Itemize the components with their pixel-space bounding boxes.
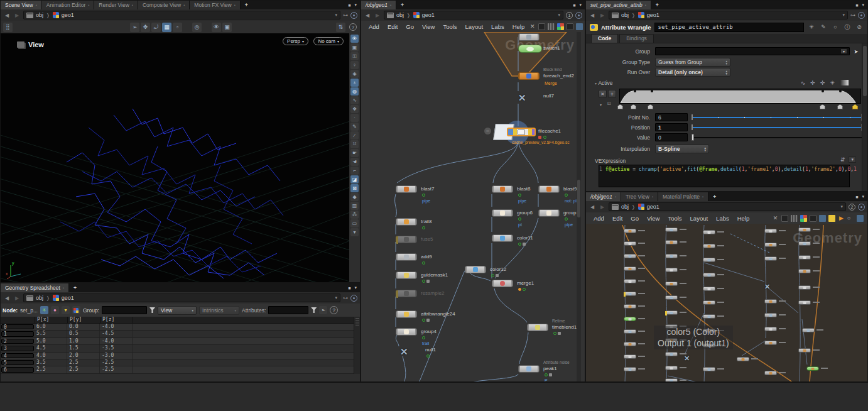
group-type-select[interactable]: Guess from Group▴▾ [655, 58, 730, 67]
select-tool-icon[interactable]: ➢ [130, 23, 139, 32]
breadcrumb-field[interactable]: obj ❭ geo1 ▾ [609, 11, 848, 19]
tab-code[interactable]: Code [591, 34, 618, 43]
help-icon[interactable]: ⊘ [855, 24, 864, 30]
spreadsheet-scrollbar[interactable] [354, 317, 360, 374]
breadcrumb-node[interactable]: geo1 [62, 295, 74, 301]
sticky-note-icon[interactable] [828, 215, 835, 222]
info-icon[interactable]: ⓘ [843, 23, 852, 31]
node-null7[interactable]: ✕null7 [518, 92, 526, 104]
breadcrumb-root[interactable]: obj [621, 204, 629, 210]
tab-obj-geo1-2[interactable]: /obj/geo1• [586, 192, 621, 201]
pane-maximize-icon[interactable]: ■ [348, 286, 350, 290]
spreadsheet-table[interactable]: P[x]P[y]P[z]06.00.0-4.015.50.5-4.525.01.… [1, 317, 354, 374]
mini-node[interactable] [703, 258, 715, 262]
menu-edit[interactable]: Edit [609, 215, 626, 222]
camera-a-icon[interactable]: 👁 [212, 23, 221, 32]
dot-icon[interactable]: · [350, 114, 359, 122]
tab-set-pipe-active-attrib[interactable]: set_pipe_active_attrib• [586, 1, 651, 9]
camera-selector[interactable]: No cam▾ [313, 37, 344, 45]
background-image-icon[interactable] [819, 215, 826, 222]
breadcrumb-field[interactable]: obj ❭ geo1 ▾ [23, 293, 340, 302]
breadcrumb-root[interactable]: obj [396, 12, 404, 18]
snap-a-icon[interactable]: ∿ [350, 96, 359, 104]
network-canvas-2[interactable]: Geometry ✕✕ [586, 225, 868, 382]
menu-view[interactable]: View [418, 23, 438, 30]
pane-maximize-icon[interactable]: ■ [855, 195, 858, 199]
breadcrumb-root[interactable]: obj [621, 12, 629, 18]
breadcrumb-node[interactable]: geo1 [647, 204, 659, 210]
column-header[interactable] [1, 317, 35, 323]
node-group12[interactable]: group12pipe [538, 209, 560, 217]
node-null1[interactable]: ✕null1 [400, 346, 408, 358]
node-merge1[interactable]: merge1 [492, 280, 513, 287]
points-filter-icon[interactable]: ✳ [40, 306, 48, 314]
mini-node[interactable] [624, 367, 636, 371]
vex-expand-icon[interactable]: ⇵ [840, 156, 845, 163]
tab-render-view[interactable]: Render View• [94, 1, 138, 9]
pane-maximize-icon[interactable]: ■ [573, 3, 575, 8]
tab-composite-view[interactable]: Composite View• [138, 1, 190, 9]
noaccess-icon[interactable]: ⊠ [350, 184, 359, 192]
tab-obj-geo1[interactable]: /obj/geo1• [361, 1, 396, 9]
pane-menu-icon[interactable]: ▾ [579, 3, 582, 8]
collapse-ring-button[interactable]: − [484, 128, 491, 134]
node-color12[interactable]: color12 [465, 266, 486, 273]
mini-node[interactable] [665, 366, 678, 370]
help-icon[interactable]: ? [349, 23, 357, 31]
ramp-handle-selected[interactable] [852, 104, 858, 109]
ramp-handle[interactable] [648, 104, 653, 109]
node-color11[interactable]: color11 [492, 234, 513, 242]
new-tab-button[interactable]: + [708, 192, 720, 201]
brush-icon[interactable]: ✎ [350, 123, 359, 131]
link-number-badge[interactable]: 2 [849, 204, 855, 211]
mini-node[interactable] [703, 230, 715, 234]
nav-forward-icon[interactable]: ▶ [13, 295, 21, 301]
dropdown-icon[interactable]: ▾ [841, 49, 847, 53]
mini-node[interactable] [764, 229, 777, 233]
ruler-icon[interactable]: ⌐ [350, 167, 359, 175]
attributes-funnel-icon[interactable] [311, 307, 317, 313]
display-options-icon[interactable] [548, 23, 555, 30]
node-value[interactable]: set_p... [20, 307, 38, 314]
node-group6[interactable]: group6pt [492, 209, 513, 217]
ramp-curve-tool-icon[interactable]: ∿ [801, 80, 806, 86]
mini-node[interactable] [798, 300, 811, 305]
ramp-add-point-icon[interactable]: ✛ [810, 80, 815, 86]
menu-help[interactable]: Help [509, 23, 529, 30]
nav-forward-icon[interactable]: ▶ [599, 13, 606, 18]
ramp-curve-area[interactable] [619, 89, 861, 104]
lock-icon[interactable]: ⚿ [350, 52, 359, 60]
ramp-add-point-button[interactable]: + [608, 90, 616, 98]
linked-view-icon[interactable] [858, 12, 865, 19]
network-canvas[interactable]: Geometry [361, 32, 581, 382]
ramp-move-point-icon[interactable]: ✛ [820, 80, 825, 86]
mini-node[interactable] [624, 304, 636, 309]
hand-b-icon[interactable]: ☚ [350, 158, 359, 166]
mini-node[interactable] [703, 244, 715, 248]
mini-node[interactable] [798, 227, 811, 232]
mini-node[interactable] [703, 273, 715, 277]
brush-icon[interactable]: ✎ [819, 24, 828, 30]
new-tab-button[interactable]: + [69, 283, 81, 292]
mini-node[interactable] [624, 292, 636, 296]
view-mode-select[interactable]: View▾ [158, 306, 197, 315]
headlight-icon[interactable]: ◈ [350, 70, 359, 78]
pane-menu-icon[interactable]: ▾ [354, 3, 357, 8]
menu-add[interactable]: Add [365, 23, 383, 30]
point-no-input[interactable]: 6 [655, 113, 688, 121]
ramp-handle[interactable] [837, 104, 843, 109]
grid-snap-icon[interactable] [567, 23, 573, 30]
breadcrumb-dropdown-icon[interactable]: ▾ [335, 13, 337, 18]
mini-node[interactable] [624, 241, 636, 246]
attributes-input[interactable] [268, 306, 308, 314]
breadcrumb-dropdown-icon[interactable]: ▾ [842, 13, 845, 18]
nav-back-icon[interactable]: ◀ [589, 204, 596, 210]
menu-labs[interactable]: Labs [712, 215, 733, 222]
vex-menu-icon[interactable]: ▾ [849, 156, 856, 163]
params-scrollbar[interactable] [862, 43, 867, 191]
mini-node[interactable] [703, 300, 715, 305]
ramp-delete-point-button[interactable]: ✕ [599, 90, 607, 98]
node-peak1[interactable]: peak1Attribute noiseP [518, 365, 540, 373]
camera-b-icon[interactable]: ▣ [222, 23, 232, 32]
pane-menu-icon[interactable]: ▾ [862, 3, 864, 8]
